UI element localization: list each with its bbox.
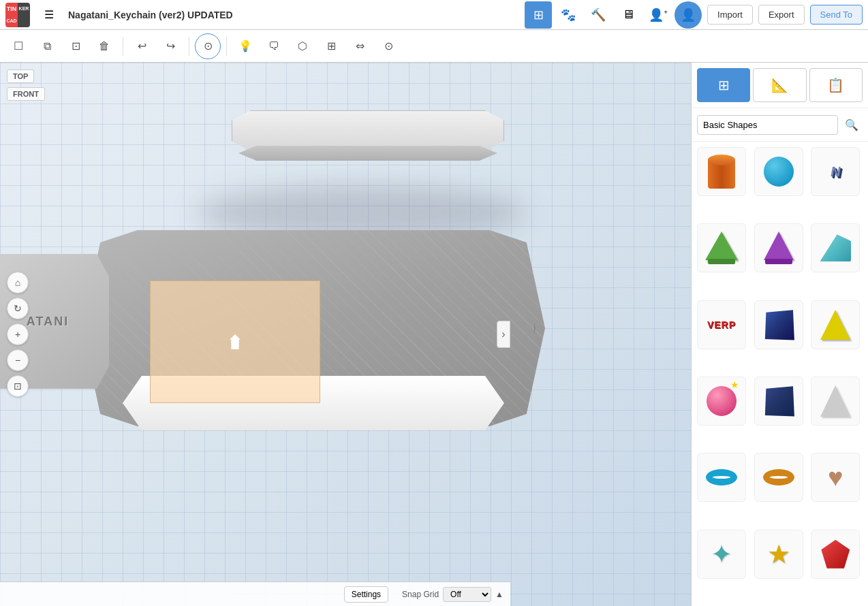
ball-pink-wrapper: ★ [707,386,737,416]
grid-view-button[interactable]: ⊞ [697,68,750,102]
snap-up-arrow: ▲ [495,590,503,599]
shape-item-box-blue[interactable] [754,377,803,426]
shape-item-torus[interactable] [697,453,746,502]
pyramid-purple-base [765,259,792,264]
grid-nav-button[interactable]: ⊞ [525,1,552,29]
shape-item-wedge[interactable] [811,223,860,272]
3d-scene: ATANI [41,103,677,579]
measure-view-icon: 📐 [771,77,788,93]
snap-grid-control: Snap Grid Off 0.1mm 0.5mm 1mm 5mm 10mm ▲ [402,587,503,602]
shape-item-text-verp[interactable]: VERP [697,300,746,349]
cylinder-icon [707,155,737,189]
delete-button[interactable]: 🗑 [91,33,117,59]
shape-item-cone[interactable] [811,377,860,426]
top-octa-piece [232,103,504,168]
undo-button[interactable]: ↩ [129,33,155,59]
shape-item-sphere[interactable] [754,147,803,196]
wedge-icon [820,234,851,261]
panel-collapse-button[interactable]: › [497,321,510,348]
speech-button[interactable]: 🗨 [261,33,287,59]
snap-grid-select[interactable]: Off 0.1mm 0.5mm 1mm 5mm 10mm [443,587,491,602]
home-view-button[interactable]: ⌂ [7,272,29,293]
selection-rect [150,281,320,403]
camera-button[interactable]: ⊙ [195,33,221,59]
paw-nav-button[interactable]: 🐾 [555,1,582,29]
export-button[interactable]: Export [758,5,805,25]
cone-icon [820,385,850,417]
view-toggle-bar: ⊞ 📐 📋 [692,63,868,108]
settings-button[interactable]: Settings [344,586,388,603]
fit-view-button[interactable]: ⊡ [7,375,29,397]
shape-item-star-gold[interactable]: ★ [754,530,803,579]
project-title: Nagatani_Keychain (ver2) UPDATED [68,10,519,20]
shape-item-heart[interactable]: ♥ [811,453,860,502]
screen-nav-button[interactable]: 🖥 [615,1,642,29]
build-nav-button[interactable]: 🔨 [585,1,612,29]
separator-1 [123,37,123,56]
light-button[interactable]: 💡 [232,33,258,59]
separator-3 [226,37,227,56]
star-teal-icon: ✦ [711,539,732,569]
pyramid-purple-icon [762,232,795,264]
text-verp-icon: VERP [707,319,736,330]
gem-icon [821,540,850,569]
redo-button[interactable]: ↪ [157,33,183,59]
main-octa-container [82,226,545,430]
group-button[interactable]: ⊙ [375,33,401,59]
shape-category-select[interactable]: Basic Shapes Featured Shape Generators T… [697,115,838,135]
add-user-icon: 👤+ [649,7,667,22]
shape-item-torus-brown[interactable] [754,453,803,502]
box-blue-icon [765,386,794,416]
zoom-in-button[interactable]: + [7,323,29,345]
shape-item-gem[interactable] [811,530,860,579]
pyramid-purple-shape [764,232,794,260]
pyramid-green-icon [705,232,738,264]
logo-cell-empty [18,15,30,27]
hamburger-button[interactable]: ☰ [35,1,63,29]
zoom-out-button[interactable]: − [7,349,29,371]
user-profile-button[interactable]: 👤 [675,1,702,29]
status-bar: Settings Snap Grid Off 0.1mm 0.5mm 1mm 5… [0,581,510,606]
shape-item-pyramid-yellow[interactable] [811,300,860,349]
add-user-nav-button[interactable]: 👤+ [645,1,672,29]
mirror-button[interactable]: ⇔ [347,33,373,59]
torus-icon [706,469,737,485]
send-to-button[interactable]: Send To [810,5,863,25]
pyramid-green-shape [705,232,738,260]
import-button[interactable]: Import [707,5,753,25]
app-logo[interactable]: TIN KER CAD [5,3,30,27]
separator-2 [189,37,189,56]
notes-view-button[interactable]: 📋 [809,68,863,102]
shape-item-pyramid-green[interactable] [697,223,746,272]
cyl-top [708,155,735,165]
view-label-top: TOP [7,69,34,83]
shape-item-text3d[interactable]: N [811,147,860,196]
shape-item-pyramid-purple[interactable] [754,223,803,272]
shape-item-box-dark[interactable] [754,300,803,349]
snap-button[interactable]: ⊞ [318,33,344,59]
viewport[interactable]: TOP FRONT [0,63,691,606]
shape-item-ball-pink[interactable]: ★ [697,377,746,426]
measure-view-button[interactable]: 📐 [753,68,806,102]
new-button[interactable]: ☐ [5,33,31,59]
shape-search-button[interactable]: 🔍 [841,114,863,135]
edit-toolbar: ☐ ⧉ ⊡ 🗑 ↩ ↪ ⊙ 💡 🗨 ⬡ ⊞ ⇔ ⊙ [0,30,868,63]
view-label-front: FRONT [7,87,45,101]
text3d-icon: N [831,164,840,180]
main-area: TOP FRONT [0,63,868,606]
pyramid-yellow-icon [820,310,850,340]
shape-item-cylinder[interactable] [697,147,746,196]
octa-top-base [238,146,497,161]
duplicate-button[interactable]: ⊡ [63,33,89,59]
copy-file-button[interactable]: ⧉ [34,33,60,59]
heart-icon: ♥ [828,464,843,490]
logo-cell-tin: TIN [5,3,18,15]
star-badge: ★ [730,379,739,390]
path-button[interactable]: ⬡ [290,33,315,59]
torus-brown-icon [763,469,794,485]
ball-pink-icon [707,386,737,416]
rotate-view-button[interactable]: ↻ [7,298,29,319]
shape-selector-header: Basic Shapes Featured Shape Generators T… [692,108,868,142]
shape-item-star-teal[interactable]: ✦ [697,530,746,579]
top-bar: TIN KER CAD ☰ Nagatani_Keychain (ver2) U… [0,0,868,30]
